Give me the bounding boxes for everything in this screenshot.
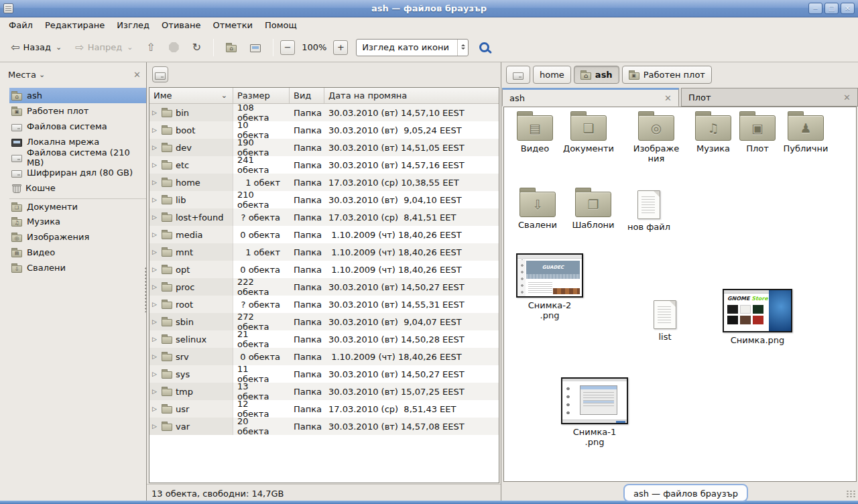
expander-icon[interactable]: ▷ — [152, 109, 158, 116]
menu-item[interactable]: Отиване — [156, 19, 206, 32]
menu-item[interactable]: Отметки — [206, 19, 258, 32]
place-item[interactable]: Свалени — [9, 260, 146, 275]
tab-close-icon[interactable]: ✕ — [843, 92, 851, 103]
table-row[interactable]: ▷ tmp 13 обекта Папка 30.03.2010 (вт) 15… — [149, 383, 499, 400]
expander-icon[interactable]: ▷ — [152, 371, 158, 377]
place-item[interactable]: Работен плот — [9, 103, 146, 119]
menu-item[interactable]: Файл — [3, 19, 39, 32]
computer-button[interactable] — [245, 39, 266, 56]
table-row[interactable]: ▷ media 0 обекта Папка 1.10.2009 (чт) 18… — [149, 226, 499, 243]
column-header-date[interactable]: Дата на промяна — [324, 88, 499, 103]
expander-icon[interactable]: ▷ — [152, 301, 158, 308]
breadcrumb-current-button[interactable]: ash — [574, 66, 619, 84]
expander-icon[interactable]: ▷ — [152, 284, 158, 290]
table-row[interactable]: ▷ etc 241 обекта Папка 30.03.2010 (вт) 1… — [149, 156, 499, 174]
icon-item-snimka[interactable]: GNOME Store Снимка.png — [720, 289, 795, 345]
places-chevron-icon[interactable]: ⌄ — [39, 70, 45, 79]
column-header-name[interactable]: Име ⌄ — [149, 88, 233, 103]
icon-item-templates[interactable]: Шаблони — [564, 186, 622, 230]
icon-item-images[interactable]: Изображения — [627, 110, 685, 164]
icon-item-downloads[interactable]: Свалени — [509, 186, 566, 230]
breadcrumb-desktop-button[interactable]: Работен плот — [622, 66, 712, 84]
minimize-button[interactable]: − — [808, 3, 822, 14]
place-item[interactable]: ash — [9, 88, 146, 103]
back-dropdown-icon[interactable]: ⌄ — [56, 43, 62, 52]
taskbar-window-button[interactable]: ash — файлов браузър — [623, 484, 748, 502]
place-item[interactable]: Изображения — [9, 229, 146, 245]
table-row[interactable]: ▷ srv 0 обекта Папка 1.10.2009 (чт) 18,4… — [149, 348, 499, 365]
stop-button[interactable] — [164, 39, 184, 56]
table-row[interactable]: ▷ selinux 21 обекта Папка 30.03.2010 (вт… — [149, 330, 499, 348]
expander-icon[interactable]: ▷ — [152, 249, 158, 255]
place-item[interactable]: Музика — [9, 214, 146, 229]
table-row[interactable]: ▷ dev 190 обекта Папка 30.03.2010 (вт) 1… — [149, 139, 499, 156]
zoom-in-button[interactable]: + — [333, 40, 348, 55]
window-resize-grip[interactable] — [846, 490, 855, 498]
expander-icon[interactable]: ▷ — [152, 353, 158, 360]
icon-item-video[interactable]: Видео — [506, 110, 564, 153]
table-row[interactable]: ▷ root ? обекта Папка 30.03.2010 (вт) 14… — [149, 296, 499, 313]
expander-icon[interactable]: ▷ — [152, 405, 158, 412]
table-row[interactable]: ▷ lib 210 обекта Папка 30.03.2010 (вт) 9… — [149, 191, 499, 208]
up-button[interactable]: ⇧ — [141, 39, 160, 56]
expander-icon[interactable]: ▷ — [152, 336, 158, 342]
place-item[interactable]: Файлова система — [9, 119, 146, 134]
tree-root-button[interactable] — [152, 66, 168, 82]
icon-item-public[interactable]: Публични — [777, 110, 835, 153]
icon-item-list[interactable]: list — [637, 296, 693, 342]
table-row[interactable]: ▷ var 20 обекта Папка 30.03.2010 (вт) 14… — [149, 418, 499, 435]
tab-ash[interactable]: ash ✕ — [502, 88, 679, 107]
menu-item[interactable]: Помощ — [259, 19, 303, 32]
tab-close-icon[interactable]: ✕ — [664, 93, 672, 103]
place-item[interactable]: Видео — [9, 245, 146, 260]
place-item[interactable]: Шифриран дял (80 GB) — [9, 165, 146, 180]
maximize-button[interactable]: □ — [824, 3, 839, 14]
icon-item-snimka1[interactable]: Снимка-1.png — [559, 377, 630, 447]
expander-icon[interactable]: ▷ — [152, 144, 158, 151]
table-row[interactable]: ▷ bin 108 обекта Папка 30.03.2010 (вт) 1… — [149, 104, 499, 121]
forward-dropdown-icon[interactable]: ⌄ — [127, 43, 133, 52]
icon-canvas[interactable]: Видео Документи Изображения Музика Плот — [503, 107, 857, 482]
menu-item[interactable]: Редактиране — [39, 19, 111, 32]
expander-icon[interactable]: ▷ — [152, 162, 158, 168]
table-row[interactable]: ▷ boot 10 обекта Папка 30.03.2010 (вт) 9… — [149, 121, 499, 139]
expander-icon[interactable]: ▷ — [152, 196, 158, 203]
column-header-size[interactable]: Размер — [233, 88, 290, 103]
table-row[interactable]: ▷ proc 222 обекта Папка 30.03.2010 (вт) … — [149, 278, 499, 296]
close-button[interactable]: ✕ — [841, 3, 855, 14]
breadcrumb-home-button[interactable]: home — [533, 66, 571, 84]
icon-item-new-file[interactable]: нов файл — [620, 186, 678, 232]
back-button[interactable]: ⇦ Назад ⌄ — [5, 39, 67, 56]
forward-button[interactable]: ⇨ Напред ⌄ — [70, 39, 138, 56]
reload-button[interactable]: ↻ — [187, 39, 206, 56]
expander-icon[interactable]: ▷ — [152, 231, 158, 238]
table-row[interactable]: ▷ lost+found ? обекта Папка 17.03.2010 (… — [149, 208, 499, 226]
table-row[interactable]: ▷ sbin 272 обекта Папка 30.03.2010 (вт) … — [149, 313, 499, 330]
table-row[interactable]: ▷ home 1 обект Папка 17.03.2010 (ср) 10,… — [149, 174, 499, 191]
expander-icon[interactable]: ▷ — [152, 423, 158, 430]
table-row[interactable]: ▷ mnt 1 обект Папка 1.10.2009 (чт) 18,40… — [149, 243, 499, 261]
expander-icon[interactable]: ▷ — [152, 127, 158, 133]
table-row[interactable]: ▷ usr 12 обекта Папка 17.03.2010 (ср) 8,… — [149, 400, 499, 418]
icon-item-documents[interactable]: Документи — [560, 110, 617, 153]
table-row[interactable]: ▷ sys 11 обекта Папка 30.03.2010 (вт) 14… — [149, 365, 499, 383]
icon-item-snimka2[interactable]: GUADEC Снимка-2.png — [513, 253, 586, 320]
expander-icon[interactable]: ▷ — [152, 388, 158, 395]
place-item[interactable]: Файлова система (210 MB) — [9, 149, 146, 165]
expander-icon[interactable]: ▷ — [152, 266, 158, 273]
view-mode-select[interactable]: Изглед като икони — [356, 39, 469, 56]
breadcrumb-root-button[interactable] — [506, 66, 530, 84]
expander-icon[interactable]: ▷ — [152, 214, 158, 220]
places-title[interactable]: Места — [8, 70, 36, 80]
zoom-out-button[interactable]: − — [280, 40, 295, 55]
expander-icon[interactable]: ▷ — [152, 318, 158, 325]
expander-icon[interactable]: ▷ — [152, 179, 158, 186]
home-button[interactable] — [221, 40, 242, 56]
menu-item[interactable]: Изглед — [111, 19, 156, 32]
place-item[interactable]: Документи — [9, 198, 146, 214]
place-item[interactable]: Кошче — [9, 180, 146, 196]
search-icon[interactable] — [479, 42, 489, 52]
tab-plot[interactable]: Плот ✕ — [681, 88, 858, 107]
places-close-icon[interactable]: ✕ — [133, 70, 141, 80]
column-header-type[interactable]: Вид — [290, 88, 324, 103]
